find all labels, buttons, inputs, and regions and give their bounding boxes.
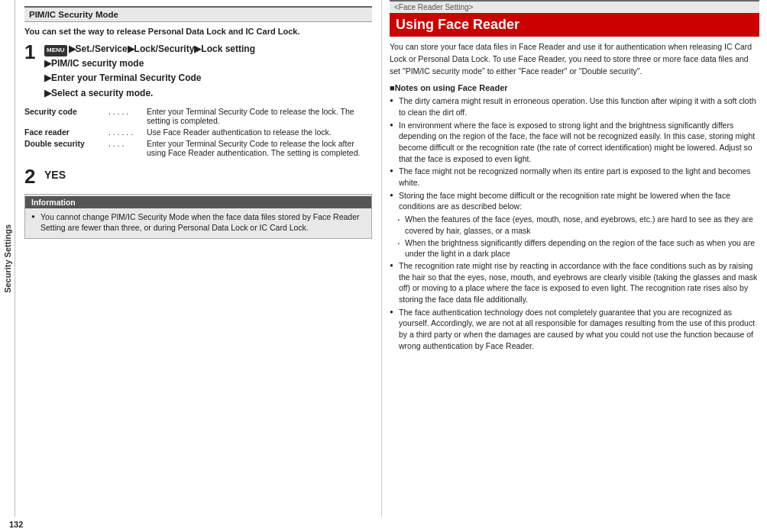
right-sub-bullet-1: When the features of the face (eyes, mou… <box>390 214 759 236</box>
step-1-line-4: ▶Select a security mode. <box>44 86 372 101</box>
page-number: 132 <box>0 517 767 532</box>
step-1-line-2: ▶PIM/IC security mode <box>44 56 372 71</box>
step-2-content: YES <box>44 166 372 183</box>
right-sub-bullet-2: When the brightness significantly differ… <box>390 237 759 260</box>
step-1-line-3: ▶Enter your Terminal Security Code <box>44 71 372 85</box>
face-reader-tag: <Face Reader Setting> <box>390 0 759 13</box>
left-intro: You can set the way to release Personal … <box>24 27 372 36</box>
left-panel: PIM/IC Security Mode You can set the way… <box>15 0 382 517</box>
info-bullet-1: You cannot change PIM/IC Security Mode w… <box>31 211 365 234</box>
definitions: Security code . . . . . Enter your Termi… <box>24 107 372 157</box>
info-box-header: Information <box>25 196 371 208</box>
def-double-security: Double security . . . . Enter your Termi… <box>24 139 372 157</box>
right-bullet-3: The face might not be recognized normall… <box>390 166 759 188</box>
step-2: 2 YES <box>24 166 372 186</box>
right-bullet-6: The face authentication technology does … <box>390 307 759 352</box>
step-1-line-1: MENU▶Set./Service▶Lock/Security▶Lock set… <box>44 42 372 56</box>
def-desc-security-code: Enter your Terminal Security Code to rel… <box>147 107 372 125</box>
def-desc-face-reader: Use Face Reader authentication to releas… <box>147 127 372 137</box>
step-2-number: 2 <box>24 166 40 186</box>
face-reader-heading: Using Face Reader <box>390 13 759 37</box>
def-term-double-security: Double security <box>24 139 108 148</box>
step-1-content: MENU▶Set./Service▶Lock/Security▶Lock set… <box>44 42 372 101</box>
def-term-face-reader: Face reader <box>24 127 108 137</box>
right-bullet-1: The dirty camera might result in erroneo… <box>390 95 759 118</box>
def-term-security-code: Security code <box>24 107 108 116</box>
right-panel: <Face Reader Setting> Using Face Reader … <box>382 0 767 517</box>
step-1-number: 1 <box>24 42 40 62</box>
step-2-label: YES <box>44 166 372 183</box>
sidebar-label: Security Settings <box>3 224 12 293</box>
left-section-title: PIM/IC Security Mode <box>24 6 372 22</box>
def-security-code: Security code . . . . . Enter your Termi… <box>24 107 372 125</box>
right-bullet-2: In environment where the face is exposed… <box>390 120 759 165</box>
def-face-reader: Face reader . . . . . . Use Face Reader … <box>24 127 372 137</box>
right-intro: You can store your face data files in Fa… <box>390 41 759 77</box>
menu-icon: MENU <box>44 45 67 56</box>
right-bullet-4: Storing the face might become difficult … <box>390 190 759 212</box>
def-dots-1: . . . . . <box>108 107 147 116</box>
def-dots-2: . . . . . . <box>108 127 147 137</box>
right-bullet-5: The recognition rate might rise by react… <box>390 260 759 305</box>
info-box: Information You cannot change PIM/IC Sec… <box>24 194 372 239</box>
def-dots-3: . . . . <box>108 139 147 148</box>
notes-header: ■Notes on using Face Reader <box>390 83 759 92</box>
def-desc-double-security: Enter your Terminal Security Code to rel… <box>147 139 372 157</box>
step-1: 1 MENU▶Set./Service▶Lock/Security▶Lock s… <box>24 42 372 101</box>
